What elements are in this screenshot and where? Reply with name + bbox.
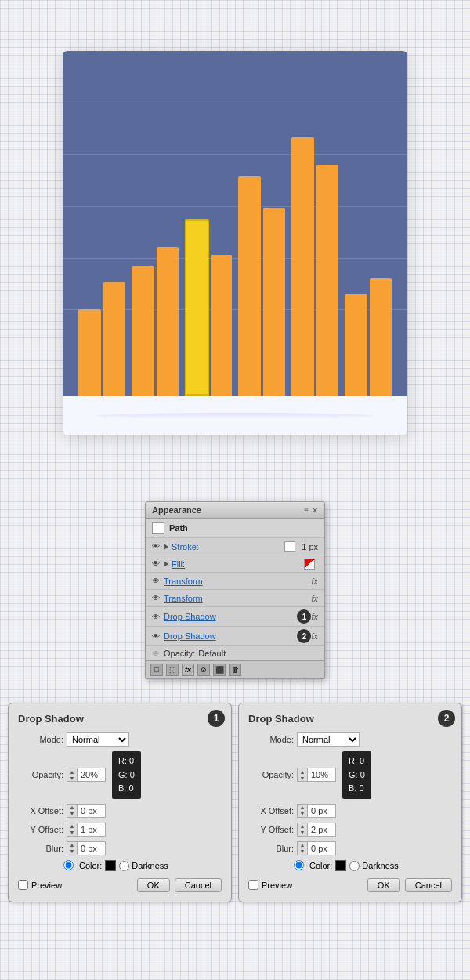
fx-icon-4: fx <box>311 631 318 641</box>
ds1-color-swatch[interactable] <box>105 860 116 871</box>
panel-menu-icon[interactable]: ≡ <box>304 506 309 515</box>
drop-shadow-label-2[interactable]: Drop Shadow <box>164 631 294 641</box>
ds1-mode-label: Mode: <box>18 735 63 744</box>
ds1-blur-input[interactable]: ▲ ▼ 0 px <box>67 841 106 855</box>
ds2-opacity-label: Opacity: <box>248 770 294 779</box>
ds2-opacity-up[interactable]: ▲ <box>298 768 307 775</box>
bar-group <box>238 176 285 396</box>
ds2-blur-up[interactable]: ▲ <box>298 842 307 848</box>
bar-group <box>132 247 179 396</box>
eye-icon-transform1[interactable]: 👁 <box>152 577 160 585</box>
bar-selected[interactable] <box>185 219 209 396</box>
eye-icon-stroke[interactable]: 👁 <box>152 542 160 551</box>
stroke-color-preview[interactable] <box>284 541 295 552</box>
ds2-opacity-down[interactable]: ▼ <box>298 775 307 781</box>
ds1-yoffset-spinners[interactable]: ▲ ▼ <box>67 823 78 836</box>
ds2-xoffset-down[interactable]: ▼ <box>298 811 307 817</box>
ds2-opacity-input[interactable]: ▲ ▼ 10% <box>297 768 336 782</box>
ds1-blur-down[interactable]: ▼ <box>67 848 77 855</box>
ds2-blur-value: 0 px <box>308 844 335 853</box>
ds2-mode-select[interactable]: Normal <box>297 732 360 747</box>
ds1-mode-select[interactable]: Normal <box>67 732 129 747</box>
ds2-blur-down[interactable]: ▼ <box>298 848 307 855</box>
ds1-opacity-spinners[interactable]: ▲ ▼ <box>67 768 78 781</box>
duplicate-icon[interactable]: ⬚ <box>166 664 179 676</box>
ds1-blur-spinners[interactable]: ▲ ▼ <box>67 842 78 855</box>
ds1-ok-button[interactable]: OK <box>137 878 170 892</box>
ds2-badge: 2 <box>438 710 455 727</box>
fill-label[interactable]: Fill: <box>172 559 301 569</box>
transform-label-1[interactable]: Transform <box>164 577 311 586</box>
panel-path-row: Path <box>146 519 324 538</box>
ds1-xoffset-down[interactable]: ▼ <box>67 811 77 817</box>
ds2-g-value: G: 0 <box>349 768 365 783</box>
ds1-opacity-up[interactable]: ▲ <box>67 768 77 775</box>
ds2-preview-label: Preview <box>262 881 292 890</box>
ds1-bottom-row: Preview OK Cancel <box>18 878 222 892</box>
eye-icon-fill[interactable]: 👁 <box>152 559 160 568</box>
ds2-opacity-field: Opacity: ▲ ▼ 10% R: 0 G: 0 B: 0 <box>248 751 452 799</box>
ds2-color-swatch[interactable] <box>335 860 346 871</box>
eye-icon-dropshadow1[interactable]: 👁 <box>152 613 160 621</box>
ds2-xoffset-label: X Offset: <box>248 806 294 815</box>
ds1-preview-checkbox[interactable] <box>18 880 28 890</box>
ds1-xoffset-up[interactable]: ▲ <box>67 805 77 811</box>
ds2-xoffset-up[interactable]: ▲ <box>298 805 307 811</box>
bar <box>345 294 367 396</box>
fill-color-preview[interactable] <box>304 559 315 570</box>
stroke-row: 👁 Stroke: 1 px <box>146 538 324 555</box>
ds2-xoffset-value: 0 px <box>308 806 335 815</box>
eye-icon-transform2[interactable]: 👁 <box>152 594 160 602</box>
effects-icon[interactable]: fx <box>182 664 194 676</box>
ds2-color-label: Color: <box>309 861 332 870</box>
ds1-yoffset-label: Y Offset: <box>18 825 63 834</box>
badge-2: 2 <box>297 629 311 643</box>
ds2-yoffset-up[interactable]: ▲ <box>298 823 307 830</box>
ds2-blur-label: Blur: <box>248 844 294 853</box>
ds1-g-value: G: 0 <box>118 768 135 783</box>
ds2-preview-checkbox[interactable] <box>248 880 258 890</box>
ds1-yoffset-down[interactable]: ▼ <box>67 830 77 836</box>
ds1-color-radio[interactable] <box>63 860 74 870</box>
ds1-mode-field: Mode: Normal <box>18 732 222 747</box>
ds1-darkness-radio[interactable] <box>119 861 129 871</box>
ds2-xoffset-spinners[interactable]: ▲ ▼ <box>298 805 308 817</box>
canvas-area <box>0 0 470 486</box>
expand-stroke-icon[interactable] <box>164 544 168 550</box>
ds1-yoffset-up[interactable]: ▲ <box>67 823 77 830</box>
ds2-ok-button[interactable]: OK <box>367 878 400 892</box>
panel-close-icon[interactable]: ✕ <box>312 506 318 515</box>
panel-titlebar[interactable]: Appearance ≡ ✕ <box>146 502 324 519</box>
ds1-xoffset-spinners[interactable]: ▲ ▼ <box>67 805 78 817</box>
new-layer-icon[interactable]: □ <box>150 664 163 676</box>
ds1-opacity-down[interactable]: ▼ <box>67 775 77 781</box>
ds2-yoffset-label: Y Offset: <box>248 825 294 834</box>
ds2-yoffset-input[interactable]: ▲ ▼ 2 px <box>297 823 336 837</box>
stroke-label[interactable]: Stroke: <box>172 542 281 551</box>
ds1-opacity-input[interactable]: ▲ ▼ 20% <box>67 768 106 782</box>
ds2-yoffset-down[interactable]: ▼ <box>298 830 307 836</box>
delete-icon[interactable]: 🗑 <box>229 664 241 676</box>
ds2-blur-spinners[interactable]: ▲ ▼ <box>298 842 308 855</box>
ds1-blur-up[interactable]: ▲ <box>67 842 77 848</box>
ds2-darkness-radio[interactable] <box>349 861 360 871</box>
drop-shadow-label-1[interactable]: Drop Shadow <box>164 612 294 621</box>
ds2-opacity-spinners[interactable]: ▲ ▼ <box>298 768 308 781</box>
eye-icon-opacity: 👁 <box>152 649 160 658</box>
eye-icon-dropshadow2[interactable]: 👁 <box>152 632 160 641</box>
ds1-opacity-value: 20% <box>78 770 105 779</box>
drop-shadow-row-2: 👁 Drop Shadow 2 fx <box>146 627 324 646</box>
ds1-cancel-button[interactable]: Cancel <box>175 878 222 892</box>
expand-fill-icon[interactable] <box>164 561 168 567</box>
ds1-blur-field: Blur: ▲ ▼ 0 px <box>18 841 222 855</box>
hide-icon[interactable]: ⊘ <box>197 664 210 676</box>
ds2-yoffset-spinners[interactable]: ▲ ▼ <box>298 823 308 836</box>
ds1-yoffset-input[interactable]: ▲ ▼ 1 px <box>67 823 106 837</box>
ds2-color-radio[interactable] <box>294 860 304 870</box>
move-up-icon[interactable]: ⬛ <box>213 664 226 676</box>
ds2-xoffset-input[interactable]: ▲ ▼ 0 px <box>297 804 336 818</box>
ds1-xoffset-input[interactable]: ▲ ▼ 0 px <box>67 804 106 818</box>
ds2-cancel-button[interactable]: Cancel <box>405 878 452 892</box>
transform-label-2[interactable]: Transform <box>164 594 311 603</box>
ds2-blur-input[interactable]: ▲ ▼ 0 px <box>297 841 336 855</box>
